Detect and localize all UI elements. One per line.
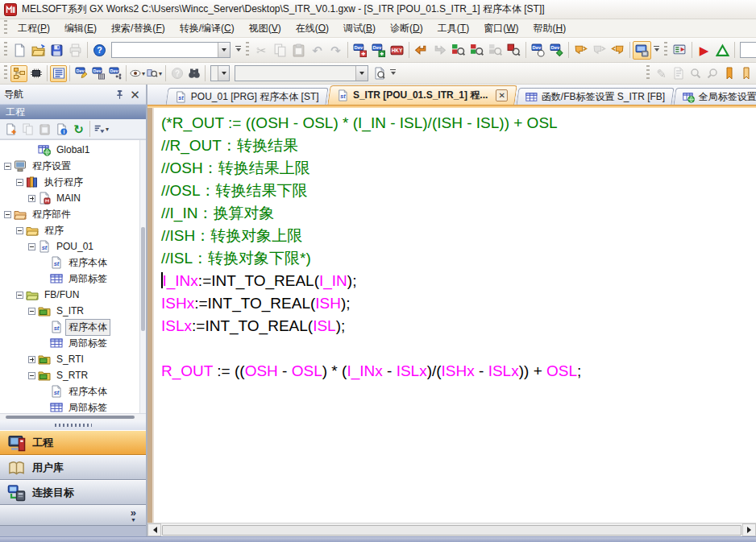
toolbar-grip[interactable] bbox=[646, 65, 650, 81]
menu-tools[interactable]: 工具(T) bbox=[430, 19, 476, 38]
plc-keyword-icon[interactable]: HKY bbox=[388, 41, 406, 60]
data-property-icon[interactable]: i bbox=[53, 121, 70, 138]
tree-item-fbfun[interactable]: FB/FUN bbox=[0, 287, 146, 303]
device-find-icon[interactable]: ▾ bbox=[146, 65, 163, 82]
help-icon[interactable]: ? bbox=[90, 41, 109, 60]
toolbar-grip[interactable] bbox=[246, 42, 249, 58]
watch-window-icon[interactable]: ▾ bbox=[129, 65, 146, 82]
chevron-down-icon[interactable]: ▾ bbox=[142, 70, 145, 77]
code-line-4[interactable]: //OSL：转换结果下限 bbox=[161, 180, 756, 202]
toolbar-options-icon[interactable] bbox=[233, 41, 243, 59]
code-line-11[interactable] bbox=[161, 337, 756, 360]
code-line-6[interactable]: //ISH：转换对象上限 bbox=[161, 225, 756, 247]
menu-edit[interactable]: 编辑(E) bbox=[57, 19, 104, 38]
collapse-icon[interactable] bbox=[28, 243, 35, 250]
tab-fb-label-setting[interactable]: 函数/FB标签设置 S_ITR [FB] bbox=[517, 88, 675, 105]
outline-window-icon[interactable] bbox=[50, 65, 67, 82]
collapse-icon[interactable] bbox=[16, 227, 23, 234]
forced-cancel-icon[interactable] bbox=[609, 41, 627, 60]
navigation-window-icon[interactable] bbox=[10, 65, 27, 82]
code-line-8[interactable]: I_INx:=INT_TO_REAL(I_IN); bbox=[161, 270, 756, 292]
toolbar-grip[interactable] bbox=[4, 42, 7, 58]
chevron-down-icon[interactable]: ▾ bbox=[159, 70, 162, 77]
tree-item-pou-parts[interactable]: 程序部件 bbox=[0, 206, 146, 222]
tab-close-icon[interactable]: ✕ bbox=[496, 89, 508, 101]
chevron-down-icon[interactable] bbox=[218, 43, 230, 57]
new-file-icon[interactable] bbox=[10, 41, 29, 60]
bookmark-clear-icon[interactable] bbox=[737, 65, 754, 82]
tree-vertical-scrollbar[interactable] bbox=[139, 140, 146, 413]
code-line-7[interactable]: //ISL：转换对象下限*) bbox=[161, 247, 756, 270]
code-line-12[interactable]: R_OUT := ((OSH - OSL) * (I_INx - ISLx)/(… bbox=[161, 360, 756, 383]
tree-item-sitr-label[interactable]: 局部标签 bbox=[0, 335, 146, 351]
menu-find-replace[interactable]: 搜索/替换(F) bbox=[104, 19, 172, 38]
toolbar-options-icon[interactable] bbox=[388, 64, 398, 82]
editor-scrollbar-thumb[interactable] bbox=[162, 525, 741, 536]
menu-view[interactable]: 视图(V) bbox=[242, 19, 289, 38]
tree-item-srtr-body[interactable]: st程序本体 bbox=[0, 383, 146, 399]
panel-more-button[interactable]: » ▼ bbox=[0, 505, 146, 526]
collapse-icon[interactable] bbox=[4, 163, 11, 170]
bookmark-set-icon[interactable] bbox=[721, 65, 737, 82]
device-comment-icon[interactable]: Dev bbox=[73, 65, 89, 82]
scan-time-input[interactable] bbox=[740, 42, 756, 58]
tab-sitr-body[interactable]: stS_ITR [POU_01.S_ITR_1] 程...✕ bbox=[327, 85, 517, 105]
menu-online[interactable]: 在线(O) bbox=[289, 19, 336, 38]
tree-item-sitr-body[interactable]: st程序本体 bbox=[0, 319, 146, 335]
code-line-2[interactable]: //R_OUT：转换结果 bbox=[161, 134, 756, 157]
fb-selection-window-icon[interactable] bbox=[27, 65, 44, 82]
tree-item-pou01-body[interactable]: st程序本体 bbox=[0, 254, 146, 271]
toolbar-grip[interactable] bbox=[664, 42, 667, 58]
collapse-icon[interactable] bbox=[16, 179, 23, 186]
buffer-monitor-icon[interactable] bbox=[505, 41, 523, 60]
menu-window[interactable]: 窗口(W) bbox=[476, 19, 525, 38]
toolbar-options-icon[interactable] bbox=[651, 41, 662, 59]
tree-item-program-setting[interactable]: 程序设置 bbox=[0, 158, 146, 174]
tree-item-program-folder[interactable]: 程序 bbox=[0, 222, 146, 238]
project-data-combo[interactable] bbox=[111, 42, 231, 58]
connection-button[interactable]: 连接目标 bbox=[0, 480, 146, 505]
page-find-icon[interactable] bbox=[371, 65, 388, 82]
tree-item-pou01[interactable]: stPOU_01 bbox=[0, 238, 146, 254]
project-button[interactable]: 工程 bbox=[0, 430, 146, 455]
watch-start-icon[interactable] bbox=[449, 41, 467, 60]
new-data-icon[interactable] bbox=[2, 121, 19, 138]
device-memory-icon[interactable]: Dev bbox=[89, 65, 106, 82]
open-project-icon[interactable] bbox=[29, 41, 48, 60]
tree-item-main[interactable]: MAIN bbox=[0, 190, 146, 206]
transfer-setup-icon[interactable] bbox=[412, 41, 430, 60]
code-line-1[interactable]: (*R_OUT := ((OSH - OSL) * (I_IN - ISL)/(… bbox=[161, 112, 756, 134]
collapse-icon[interactable] bbox=[28, 372, 35, 379]
save-icon[interactable] bbox=[48, 41, 66, 60]
tree-scrollbar-thumb[interactable] bbox=[6, 416, 134, 419]
close-icon[interactable]: ✕ bbox=[128, 88, 142, 101]
chevron-down-icon[interactable]: ▾ bbox=[106, 126, 109, 133]
device-registration-icon[interactable]: Dev bbox=[547, 41, 566, 60]
plc-write-icon[interactable]: Dev bbox=[351, 41, 369, 60]
collapse-icon[interactable] bbox=[4, 211, 11, 218]
code-line-10[interactable]: ISLx:=INT_TO_REAL(ISL); bbox=[161, 315, 756, 337]
simulation-stop-icon[interactable] bbox=[713, 41, 732, 60]
device-setting-icon[interactable]: Dev bbox=[106, 65, 123, 82]
menu-convert-compile[interactable]: 转换/编译(C) bbox=[172, 19, 242, 38]
editor-horizontal-scrollbar[interactable] bbox=[147, 523, 756, 536]
tree-item-srtr-label[interactable]: 局部标签 bbox=[0, 399, 146, 413]
user-library-button[interactable]: 用户库 bbox=[0, 455, 146, 480]
code-line-3[interactable]: //OSH：转换结果上限 bbox=[161, 157, 756, 180]
tab-pou01-body[interactable]: stPOU_01 [PRG] 程序本体 [ST] bbox=[166, 88, 329, 105]
scroll-right-icon[interactable] bbox=[742, 523, 756, 536]
code-line-5[interactable]: //I_IN：换算对象 bbox=[161, 202, 756, 225]
menu-project[interactable]: 工程(P) bbox=[10, 19, 57, 38]
tree-vscrollbar-thumb[interactable] bbox=[141, 227, 145, 331]
collapse-icon[interactable] bbox=[16, 292, 23, 299]
tree-horizontal-scrollbar[interactable] bbox=[0, 413, 146, 420]
expand-icon[interactable] bbox=[28, 356, 35, 363]
collapse-icon[interactable] bbox=[28, 308, 35, 315]
pin-icon[interactable] bbox=[113, 88, 127, 101]
scroll-left-icon[interactable] bbox=[147, 523, 161, 536]
tree-item-global1[interactable]: Global1 bbox=[0, 142, 146, 158]
tree-item-exec-program[interactable]: 执行程序 bbox=[0, 174, 146, 190]
tab-global-label-setting[interactable]: 全局标签设置 Glo bbox=[674, 88, 756, 105]
st-code-editor[interactable]: (*R_OUT := ((OSH - OSL) * (I_IN - ISL)/(… bbox=[154, 108, 756, 523]
code-line-9[interactable]: ISHx:=INT_TO_REAL(ISH); bbox=[161, 292, 756, 315]
